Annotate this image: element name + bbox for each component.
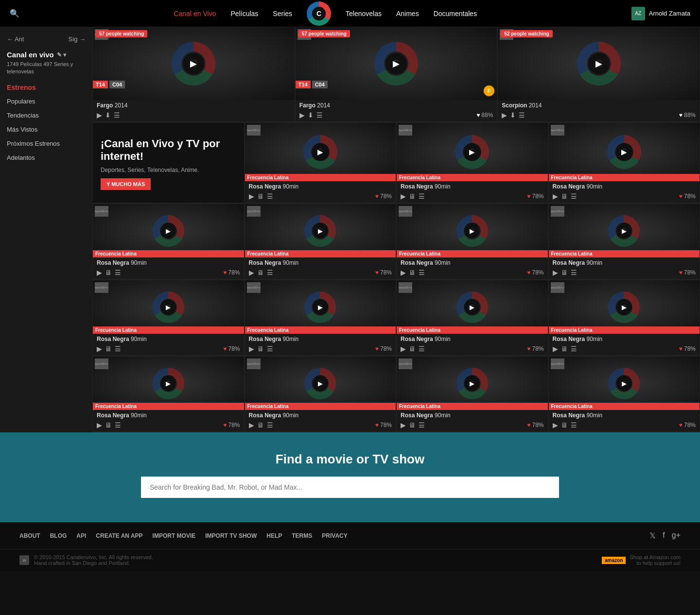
play-action[interactable]: ▶ — [401, 269, 406, 276]
screen-action[interactable]: 🖥 — [561, 192, 568, 200]
card-rosa-negra-2[interactable]: C 7edc4357c4 Frecuencia Latina ▶ Rosa Ne… — [396, 122, 548, 203]
screen-action[interactable]: 🖥 — [257, 421, 264, 429]
play-button[interactable]: ▶ — [464, 376, 480, 391]
card-fargo-1[interactable]: C 7edc4357c4 57 people watching ▶ T14 C0… — [92, 27, 295, 122]
list-action[interactable]: ☰ — [115, 269, 121, 276]
play-action[interactable]: ▶ — [553, 345, 558, 353]
card-row3-2[interactable]: C 7edc4357c4 Frecuencia Latina ▶ Rosa Ne… — [245, 204, 397, 279]
list-action[interactable]: ☰ — [419, 345, 425, 353]
screen-action[interactable]: 🖥 — [257, 345, 264, 353]
play-button[interactable]: ▶ — [313, 376, 328, 391]
play-button[interactable]: ▶ — [615, 143, 633, 161]
play-button[interactable]: ▶ — [464, 223, 480, 239]
sidebar-item-populares[interactable]: Populares — [0, 94, 92, 108]
card-row5-4[interactable]: C 7edc4357c4 Frecuencia Latina ▶ Rosa Ne… — [548, 356, 700, 432]
play-action[interactable]: ▶ — [97, 269, 102, 276]
google-plus-icon[interactable]: g+ — [672, 531, 681, 540]
play-button[interactable]: ▶ — [616, 376, 632, 391]
nav-telenovelas[interactable]: Telenovelas — [346, 10, 382, 17]
play-action[interactable]: ▶ — [249, 192, 254, 200]
user-menu[interactable]: AZ Arnold Zamata — [631, 7, 690, 20]
screen-action[interactable]: 🖥 — [409, 345, 416, 353]
screen-action[interactable]: 🖥 — [257, 192, 264, 200]
card-row4-4[interactable]: C 7edc4357c4 Frecuencia Latina ▶ Rosa Ne… — [548, 280, 700, 356]
footer-privacy[interactable]: PRIVACY — [322, 532, 347, 539]
card-row5-1[interactable]: C 7edc4357c4 Frecuencia Latina ▶ Rosa Ne… — [92, 356, 245, 432]
nav-canal-en-vivo[interactable]: Canal en Vivo — [174, 10, 216, 17]
play-button[interactable]: ▶ — [313, 223, 328, 239]
play-action[interactable]: ▶ — [97, 421, 102, 429]
list-action[interactable]: ☰ — [571, 345, 577, 353]
download-action[interactable]: ⬇ — [510, 111, 516, 119]
play-action[interactable]: ▶ — [553, 421, 558, 429]
play-button[interactable]: ▶ — [588, 53, 610, 74]
card-row4-1[interactable]: C 7edc4357c4 Frecuencia Latina ▶ Rosa Ne… — [92, 280, 245, 356]
list-action[interactable]: ☰ — [419, 421, 425, 429]
play-action[interactable]: ▶ — [299, 111, 305, 119]
list-action[interactable]: ☰ — [571, 192, 577, 200]
download-action[interactable]: ⬇ — [308, 111, 314, 119]
list-action[interactable]: ☰ — [115, 421, 121, 429]
footer-help[interactable]: HELP — [266, 532, 282, 539]
list-action[interactable]: ☰ — [571, 269, 577, 276]
screen-action[interactable]: 🖥 — [105, 421, 112, 429]
nav-series[interactable]: Series — [273, 10, 292, 17]
card-row5-2[interactable]: C 7edc4357c4 Frecuencia Latina ▶ Rosa Ne… — [245, 356, 397, 432]
play-action[interactable]: ▶ — [401, 421, 406, 429]
screen-action[interactable]: 🖥 — [561, 269, 568, 276]
play-action[interactable]: ▶ — [553, 192, 558, 200]
play-action[interactable]: ▶ — [97, 345, 102, 353]
play-action[interactable]: ▶ — [553, 269, 558, 276]
site-logo[interactable]: C — [307, 1, 331, 26]
list-action[interactable]: ☰ — [419, 192, 425, 200]
list-action[interactable]: ☰ — [267, 421, 273, 429]
card-fargo-2[interactable]: C 7edc4357c4 57 people watching ▶ F T14 … — [295, 27, 498, 122]
facebook-icon[interactable]: f — [663, 531, 665, 540]
list-action[interactable]: ☰ — [267, 345, 273, 353]
sidebar-prev[interactable]: ← Ant — [7, 35, 24, 43]
footer-create-app[interactable]: CREATE AN APP — [96, 532, 142, 539]
footer-terms[interactable]: TERMS — [292, 532, 312, 539]
nav-animes[interactable]: Animes — [396, 10, 419, 17]
screen-action[interactable]: 🖥 — [257, 269, 264, 276]
play-button[interactable]: ▶ — [160, 299, 176, 315]
sidebar-next[interactable]: Sig → — [69, 35, 86, 43]
play-button[interactable]: ▶ — [616, 223, 632, 239]
footer-about[interactable]: ABOUT — [19, 532, 40, 539]
card-row4-2[interactable]: C 7edc4357c4 Frecuencia Latina ▶ Rosa Ne… — [245, 280, 397, 356]
play-action[interactable]: ▶ — [249, 269, 254, 276]
list-action[interactable]: ☰ — [571, 421, 577, 429]
list-action[interactable]: ☰ — [114, 111, 120, 119]
play-button[interactable]: ▶ — [463, 143, 481, 161]
list-action[interactable]: ☰ — [316, 111, 323, 119]
screen-action[interactable]: 🖥 — [561, 345, 568, 353]
screen-action[interactable]: 🖥 — [409, 421, 416, 429]
card-row3-4[interactable]: C 7edc4357c4 Frecuencia Latina ▶ Rosa Ne… — [548, 204, 700, 279]
footer-import-movie[interactable]: IMPORT MOVIE — [153, 532, 196, 539]
sidebar-item-proximos[interactable]: Próximos Estrenos — [0, 137, 92, 151]
footer-import-tv[interactable]: IMPORT TV SHOW — [205, 532, 257, 539]
list-action[interactable]: ☰ — [519, 111, 525, 119]
screen-action[interactable]: 🖥 — [105, 269, 112, 276]
list-action[interactable]: ☰ — [419, 269, 425, 276]
card-row4-3[interactable]: C 7edc4357c4 Frecuencia Latina ▶ Rosa Ne… — [396, 280, 548, 356]
list-action[interactable]: ☰ — [115, 345, 121, 353]
play-action[interactable]: ▶ — [249, 421, 254, 429]
download-action[interactable]: ⬇ — [105, 111, 111, 119]
nav-documentales[interactable]: Documentales — [434, 10, 477, 17]
edit-icon[interactable]: ✎ ▾ — [57, 51, 66, 58]
screen-action[interactable]: 🖥 — [561, 421, 568, 429]
play-button[interactable]: ▶ — [313, 299, 328, 315]
play-button[interactable]: ▶ — [464, 299, 480, 315]
play-button[interactable]: ▶ — [616, 299, 632, 315]
play-button[interactable]: ▶ — [160, 223, 176, 239]
play-action[interactable]: ▶ — [401, 192, 406, 200]
play-button[interactable]: ▶ — [160, 376, 176, 391]
play-button[interactable]: ▶ — [183, 53, 204, 74]
screen-action[interactable]: 🖥 — [105, 345, 112, 353]
play-action[interactable]: ▶ — [249, 345, 254, 353]
play-button[interactable]: ▶ — [385, 53, 407, 74]
card-scorpion[interactable]: C 7edc4357c4 52 people watching ▶ Scorpi… — [497, 27, 700, 122]
card-row5-3[interactable]: C 7edc4357c4 Frecuencia Latina ▶ Rosa Ne… — [396, 356, 548, 432]
card-rosa-negra-1[interactable]: C 7edc4357c4 Frecuencia Latina ▶ Rosa Ne… — [245, 122, 397, 203]
